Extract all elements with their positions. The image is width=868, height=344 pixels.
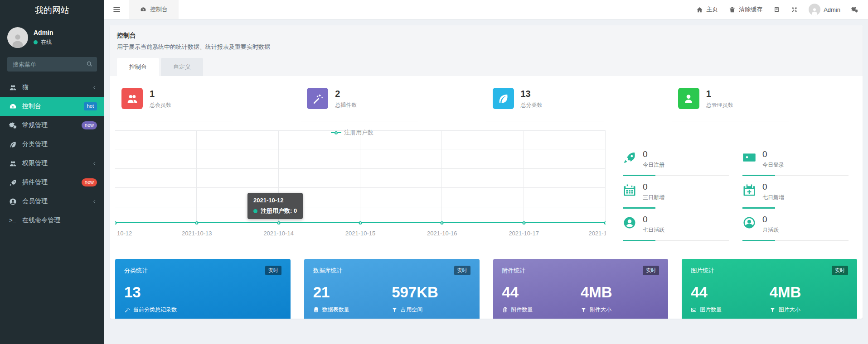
sidebar-item-cat[interactable]: 猫 [0, 78, 104, 97]
chart-row: 注册用户数 10-12 2021-10-13 2021- [115, 129, 857, 247]
sidebar-item-label: 权限管理 [22, 159, 48, 167]
registered-users-chart[interactable]: 注册用户数 10-12 2021-10-13 2021- [115, 129, 606, 242]
filter-icon [392, 307, 398, 313]
sidebar-item-label: 常规管理 [22, 121, 48, 129]
metric-label: 当前分类总记录数 [133, 306, 177, 314]
panel-tabs: 控制台 自定义 [117, 58, 855, 76]
page-description: 用于展示当前系统中的统计数据、统计报表及重要实时数据 [117, 43, 855, 51]
data-point[interactable] [277, 221, 280, 225]
page-title: 控制台 [117, 32, 855, 40]
dashboard-panel: 控制台 用于展示当前系统中的统计数据、统计报表及重要实时数据 控制台 自定义 1… [110, 25, 863, 319]
new-badge: new [82, 121, 97, 129]
settings-button[interactable] [851, 6, 858, 13]
sidebar-search [7, 57, 97, 72]
metric-value: 4MB [581, 284, 659, 301]
mini-value: 0 [762, 182, 784, 192]
chevron-left-icon [92, 199, 97, 204]
stat-total-admins: 1 总管理员数 [672, 85, 789, 121]
metric-label: 附件大小 [590, 306, 611, 314]
online-dot-icon [34, 40, 38, 44]
metric-label: 图片大小 [779, 306, 800, 314]
data-point[interactable] [604, 221, 606, 225]
image-icon [691, 307, 697, 313]
legend-label: 注册用户数 [344, 129, 373, 137]
stat-label: 总分类数 [521, 101, 543, 109]
sidebar-item-category[interactable]: 分类管理 [0, 135, 104, 154]
chart-tooltip: 2021-10-12 注册用户数: 0 [247, 193, 303, 219]
search-icon[interactable] [86, 61, 93, 67]
magic-wand-icon [124, 307, 130, 313]
home-label: 主页 [706, 5, 718, 14]
sidebar-toggle-button[interactable] [104, 0, 129, 19]
filter-icon [581, 307, 587, 313]
mini-stat-today-register: 0 今日注册 [623, 149, 729, 176]
data-point[interactable] [522, 221, 525, 225]
site-title: 我的网站 [0, 0, 104, 21]
legend-line-marker-icon [331, 131, 341, 134]
summary-stats-row: 1 总会员数 2 总插件数 13 [115, 85, 857, 121]
avatar[interactable] [7, 27, 28, 48]
search-input[interactable] [7, 57, 97, 72]
x-axis-ticks: 10-12 2021-10-13 2021-10-14 2021-10-15 2… [115, 230, 606, 238]
metric-value: 21 [313, 284, 392, 301]
tab-custom[interactable]: 自定义 [161, 58, 203, 76]
stat-total-members: 1 总会员数 [115, 85, 233, 121]
chart-legend[interactable]: 注册用户数 [331, 129, 373, 137]
hot-badge: hot [84, 102, 97, 110]
sidebar-item-member[interactable]: 会员管理 [0, 192, 104, 211]
stat-cards-row: 分类统计 实时 13 当前分类总记录数 [115, 259, 857, 319]
data-point[interactable] [195, 221, 199, 225]
tooltip-value: 注册用户数: 0 [261, 207, 297, 215]
data-point[interactable] [441, 221, 444, 225]
sidebar-item-dashboard[interactable]: 控制台 hot [0, 97, 104, 116]
metric-value: 4MB [770, 284, 848, 301]
realtime-badge: 实时 [454, 266, 470, 275]
topbar-user-label: Admin [824, 6, 840, 13]
card-title: 分类统计 [124, 267, 148, 275]
sidebar-item-addon[interactable]: 插件管理 new [0, 173, 104, 192]
avatar [809, 4, 820, 15]
card-database-stats: 数据库统计 实时 21 数据表数量 [304, 259, 480, 319]
x-tick: 2021-10-17 [509, 230, 539, 237]
fullscreen-button[interactable] [791, 6, 798, 13]
x-tick: 2021-10-13 [182, 230, 212, 237]
realtime-badge: 实时 [265, 266, 281, 275]
clear-cache-button[interactable]: 清除缓存 [729, 5, 762, 14]
user-status-label: 在线 [41, 38, 52, 46]
leaf-icon [493, 88, 514, 109]
mini-progress-line [623, 240, 729, 241]
metric-label: 数据表数量 [322, 306, 349, 314]
user-silhouette-icon [10, 33, 25, 48]
docs-button[interactable] [773, 6, 780, 13]
sidebar-item-command[interactable]: >_ 在线命令管理 [0, 211, 104, 230]
mini-value: 0 [762, 215, 779, 225]
rocket-icon [623, 151, 636, 164]
x-tick: 10-12 [117, 230, 132, 237]
mini-value: 0 [762, 149, 784, 159]
terminal-icon: >_ [9, 217, 17, 224]
mini-label: 七日活跃 [643, 226, 664, 234]
magic-wand-icon [307, 88, 328, 109]
metric-value: 13 [124, 284, 203, 301]
new-badge: new [82, 178, 97, 186]
sidebar-item-auth[interactable]: 权限管理 [0, 154, 104, 173]
metric-value: 44 [502, 284, 581, 301]
user-menu[interactable]: Admin [809, 4, 840, 15]
stat-label: 总会员数 [150, 101, 171, 109]
home-link[interactable]: 主页 [696, 5, 718, 14]
mini-progress-line [623, 207, 729, 209]
card-title: 数据库统计 [313, 267, 343, 275]
sidebar-item-general[interactable]: 常规管理 new [0, 116, 104, 135]
copy-icon [502, 307, 508, 313]
mini-label: 今日注册 [643, 161, 664, 169]
dashboard-icon [140, 6, 146, 13]
x-tick: 2021-10-14 [263, 230, 294, 237]
home-icon [696, 6, 703, 13]
data-point[interactable] [359, 221, 362, 225]
panel-body: 1 总会员数 2 总插件数 13 [110, 76, 863, 319]
tab-dashboard[interactable]: 控制台 [117, 58, 159, 76]
mini-stat-today-login: 0 今日登录 [742, 149, 849, 176]
sidebar-item-label: 分类管理 [22, 140, 48, 148]
tooltip-date: 2021-10-12 [253, 197, 297, 204]
tab-dashboard[interactable]: 控制台 [129, 0, 179, 19]
